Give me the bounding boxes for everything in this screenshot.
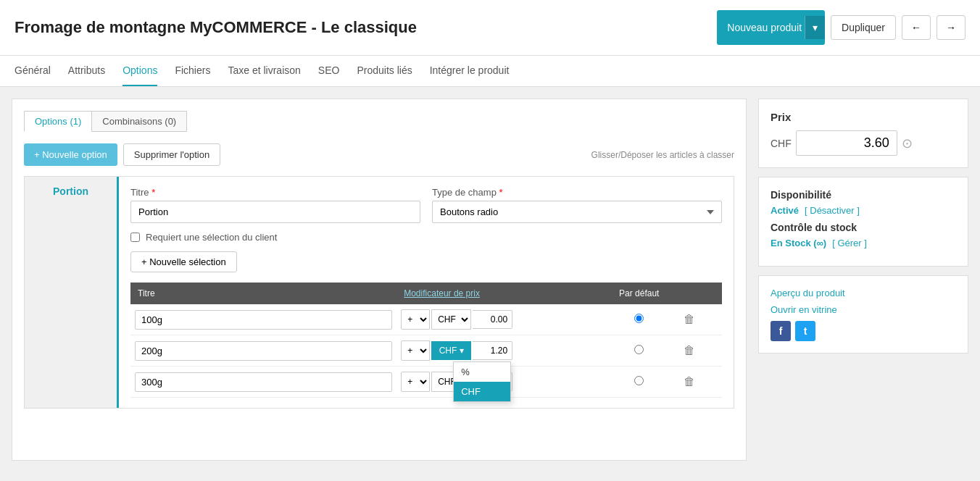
tab-fichiers[interactable]: Fichiers [175, 56, 210, 86]
col-default-header: Par défaut [604, 283, 675, 304]
default-radio-0[interactable] [634, 314, 644, 323]
delete-option-button[interactable]: Supprimer l'option [123, 143, 220, 166]
delete-row-button-0[interactable]: 🗑 [679, 311, 699, 327]
row-delete-cell-2: 🗑 [675, 367, 722, 398]
option-sidebar: Portion [25, 177, 119, 408]
price-input[interactable] [796, 130, 897, 156]
drag-hint: Glisser/Déposer les articles à classer [591, 150, 734, 160]
twitter-icon[interactable]: t [795, 321, 815, 341]
new-option-button[interactable]: + Nouvelle option [24, 143, 117, 166]
requires-selection-label: Requiert une sélection du client [146, 232, 277, 243]
tab-taxe[interactable]: Taxe et livraison [228, 56, 300, 86]
col-action-header [675, 283, 722, 304]
right-panel: Prix CHF ⊙ Disponibilité Activé [ Désact… [758, 99, 968, 461]
col-title-header: Titre [130, 283, 396, 304]
deactivate-link[interactable]: [ Désactiver ] [805, 205, 860, 216]
delete-row-button-1[interactable]: 🗑 [679, 343, 699, 359]
tab-seo[interactable]: SEO [318, 56, 340, 86]
back-button[interactable]: ← [902, 15, 931, 40]
price-expand-button[interactable]: ⊙ [902, 135, 913, 151]
open-storefront-link[interactable]: Ouvrir en vitrine [771, 304, 956, 315]
tab-produits-lies[interactable]: Produits liés [357, 56, 412, 86]
main-content: Options (1) Combinaisons (0) + Nouvelle … [0, 87, 980, 472]
facebook-icon[interactable]: f [771, 321, 791, 341]
title-input[interactable] [130, 201, 420, 223]
row-modifier-cell-0: + - CHF % [396, 304, 604, 335]
price-sign-select-2[interactable]: + - [401, 372, 430, 392]
tab-combinations-panel[interactable]: Combinaisons (0) [91, 111, 187, 132]
dropdown-item-percent[interactable]: % [454, 362, 510, 382]
social-icons: f t [771, 321, 956, 341]
price-input-row: CHF ⊙ [771, 130, 956, 156]
availability-row: Activé [ Désactiver ] [771, 205, 956, 216]
form-group-title: Titre * [130, 187, 420, 223]
tab-options[interactable]: Options [122, 56, 157, 86]
new-product-button[interactable]: Nouveau produit ▾ [717, 10, 825, 45]
table-row: + - CHF % [130, 304, 722, 335]
tab-options-panel[interactable]: Options (1) [24, 111, 91, 132]
manage-stock-link[interactable]: [ Gérer ] [832, 238, 867, 248]
top-bar-actions: Nouveau produit ▾ Dupliquer ← → [717, 10, 966, 45]
row-title-input-1[interactable] [135, 341, 392, 361]
col-modifier-header[interactable]: Modificateur de prix [396, 283, 604, 304]
tab-general[interactable]: Général [14, 56, 51, 86]
nav-tabs: Général Attributs Options Fichiers Taxe … [0, 56, 980, 87]
row-title-input-0[interactable] [135, 310, 392, 330]
status-active-badge: Activé [771, 205, 799, 216]
row-title-cell-2 [130, 367, 396, 398]
left-panel: Options (1) Combinaisons (0) + Nouvelle … [12, 99, 747, 461]
add-selection-button[interactable]: + Nouvelle sélection [130, 251, 237, 272]
price-value-input-0[interactable] [473, 310, 512, 329]
page-title: Fromage de montagne MyCOMMERCE - Le clas… [14, 18, 417, 37]
field-type-required-marker: * [499, 187, 503, 198]
price-value-input-1[interactable] [473, 341, 512, 360]
price-sign-select-0[interactable]: + - [401, 309, 430, 330]
stock-control-heading: Contrôle du stock [771, 222, 956, 233]
option-name-label: Portion [53, 185, 88, 197]
price-currency-label: CHF [771, 138, 792, 149]
row-default-cell-2 [604, 367, 675, 398]
title-label: Titre * [130, 187, 420, 198]
row-delete-cell-1: 🗑 [675, 335, 722, 367]
row-default-cell-1 [604, 335, 675, 367]
row-delete-cell-0: 🗑 [675, 304, 722, 335]
currency-dropdown-trigger-1[interactable]: CHF ▾ [431, 341, 471, 360]
row-title-cell-1 [130, 335, 396, 367]
field-type-select[interactable]: Boutons radio [432, 201, 722, 223]
delete-row-button-2[interactable]: 🗑 [679, 374, 699, 390]
product-preview-link[interactable]: Aperçu du produit [771, 288, 956, 298]
field-type-label: Type de champ * [432, 187, 722, 198]
price-heading: Prix [771, 111, 956, 123]
new-product-dropdown-arrow[interactable]: ▾ [805, 16, 825, 39]
checkbox-row: Requiert une sélection du client [130, 232, 722, 243]
option-row: Portion Titre * Type de champ * [24, 176, 734, 409]
new-product-label: Nouveau produit [727, 22, 802, 33]
availability-box: Disponibilité Activé [ Désactiver ] Cont… [758, 177, 968, 267]
stock-value: En Stock (∞) [771, 238, 826, 248]
duplicate-button[interactable]: Dupliquer [831, 15, 896, 40]
currency-select-0[interactable]: CHF % [431, 309, 471, 330]
panel-tabs: Options (1) Combinaisons (0) [24, 111, 734, 132]
stock-row: En Stock (∞) [ Gérer ] [771, 238, 956, 248]
row-title-cell [130, 304, 396, 335]
top-bar: Fromage de montagne MyCOMMERCE - Le clas… [0, 0, 980, 56]
forward-button[interactable]: → [937, 15, 966, 40]
price-box: Prix CHF ⊙ [758, 99, 968, 168]
row-title-input-2[interactable] [135, 372, 392, 392]
price-modifier-1: + - CHF ▾ % CHF [401, 340, 599, 361]
form-row-title-type: Titre * Type de champ * Boutons radio [130, 187, 722, 223]
currency-dropdown-1: % CHF [453, 361, 511, 402]
default-radio-2[interactable] [634, 376, 644, 385]
selections-table: Titre Modificateur de prix Par défaut [130, 283, 722, 398]
price-modifier-0: + - CHF % [401, 309, 599, 330]
table-row: + - CHF % [130, 367, 722, 398]
tab-attributs[interactable]: Attributs [68, 56, 105, 86]
requires-selection-checkbox[interactable] [130, 233, 140, 242]
dropdown-item-chf[interactable]: CHF [454, 382, 510, 401]
price-sign-select-1[interactable]: + - [401, 340, 430, 361]
default-radio-1[interactable] [634, 345, 644, 354]
form-group-field-type: Type de champ * Boutons radio [432, 187, 722, 223]
row-default-cell-0 [604, 304, 675, 335]
option-body: Titre * Type de champ * Boutons radio [119, 177, 734, 408]
tab-integrer[interactable]: Intégrer le produit [430, 56, 510, 86]
